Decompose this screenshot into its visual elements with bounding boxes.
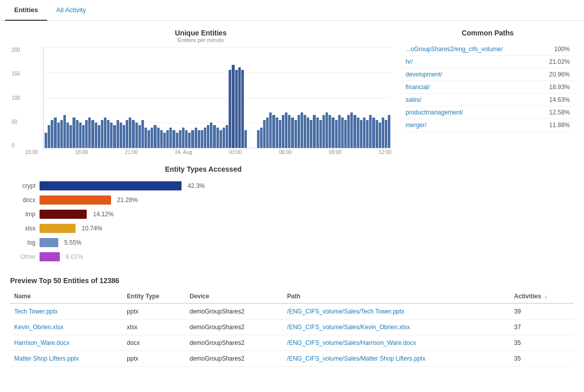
path-pct: 14.63% bbox=[549, 96, 570, 103]
entity-activities-cell: 39 bbox=[510, 303, 574, 320]
time-bar bbox=[223, 128, 225, 148]
time-bar bbox=[298, 115, 300, 148]
entity-path-link[interactable]: /ENG_CIFS_volume/Sales/Harrison_Ware.doc… bbox=[287, 339, 416, 346]
entity-types-section: Entity Types Accessed crypt42.3%docx21.2… bbox=[10, 165, 391, 261]
entity-path-link[interactable]: /ENG_CIFS_volume/Sales/Kevin_Obrien.xlsx bbox=[287, 324, 410, 331]
time-bar bbox=[182, 128, 185, 148]
time-bar bbox=[379, 123, 381, 148]
path-row: merger/11.88% bbox=[402, 119, 574, 132]
time-bar bbox=[135, 123, 138, 148]
entity-activities-cell: 35 bbox=[510, 351, 574, 367]
path-name[interactable]: ...oGroupShares2/eng_cifs_volume/ bbox=[406, 46, 502, 53]
entity-type-bar bbox=[40, 210, 87, 219]
entity-device-cell: demoGroupShares2 bbox=[186, 335, 283, 351]
col-entity-type: Entity Type bbox=[123, 290, 186, 303]
y-axis: 200 150 100 50 0 bbox=[12, 47, 20, 148]
col-activities[interactable]: Activities ↓ bbox=[510, 290, 574, 303]
preview-title: Preview Top 50 Entities of 12386 bbox=[10, 277, 574, 285]
path-name[interactable]: sales/ bbox=[406, 96, 421, 103]
time-bar bbox=[285, 112, 287, 148]
time-bar bbox=[166, 130, 169, 148]
time-bar bbox=[107, 120, 110, 148]
main-content: Unique Entities Entities per minute 200 … bbox=[0, 21, 584, 375]
entity-type-bar bbox=[40, 181, 181, 190]
entity-name-link[interactable]: Tech Tower.pptx bbox=[14, 308, 58, 315]
time-bar bbox=[76, 120, 79, 148]
col-name: Name bbox=[10, 290, 123, 303]
time-bar bbox=[388, 115, 390, 148]
time-bar bbox=[357, 117, 359, 148]
time-bar bbox=[113, 125, 116, 148]
entity-device-cell: demoGroupShares2 bbox=[186, 303, 283, 320]
path-name[interactable]: hr/ bbox=[406, 58, 413, 65]
path-row: productmanagement/12.58% bbox=[402, 106, 574, 119]
time-bar bbox=[376, 120, 378, 148]
entity-path-link[interactable]: /ENG_CIFS_volume/Sales/Tech Tower.pptx bbox=[287, 308, 404, 315]
time-bar bbox=[207, 125, 209, 148]
path-row: hr/21.02% bbox=[402, 56, 574, 68]
path-name[interactable]: merger/ bbox=[406, 122, 426, 129]
time-bar bbox=[310, 120, 312, 148]
time-bar bbox=[72, 117, 75, 148]
time-bar bbox=[301, 112, 303, 148]
time-bar bbox=[272, 115, 275, 148]
entity-type-bar bbox=[40, 238, 58, 247]
path-name[interactable]: financial/ bbox=[406, 84, 429, 91]
entity-type-pct: 10.74% bbox=[82, 225, 102, 232]
time-bar bbox=[213, 125, 215, 148]
time-bar bbox=[263, 120, 266, 148]
time-bar bbox=[198, 130, 200, 148]
entity-type-label: log bbox=[15, 239, 35, 246]
tab-all-activity[interactable]: All Activity bbox=[47, 0, 95, 21]
path-pct: 100% bbox=[554, 46, 570, 53]
entity-types-title: Entity Types Accessed bbox=[15, 165, 391, 173]
time-bar bbox=[372, 117, 375, 148]
time-bar bbox=[123, 125, 125, 148]
time-bar bbox=[319, 120, 322, 148]
path-pct: 11.88% bbox=[549, 122, 570, 129]
path-name[interactable]: productmanagement/ bbox=[406, 109, 463, 116]
time-bar bbox=[57, 123, 60, 148]
entity-name-link[interactable]: Harrison_Ware.docx bbox=[14, 339, 69, 346]
time-bar bbox=[48, 125, 50, 148]
time-bar bbox=[338, 115, 341, 148]
entity-type-cell: pptx bbox=[123, 303, 186, 320]
path-row: sales/14.63% bbox=[402, 94, 574, 106]
common-paths-section: Common Paths ...oGroupShares2/eng_cifs_v… bbox=[402, 29, 574, 266]
table-header: Name Entity Type Device Path Activities … bbox=[10, 290, 574, 303]
col-device: Device bbox=[186, 290, 283, 303]
entity-activities-cell: 37 bbox=[510, 320, 574, 335]
time-bar bbox=[344, 120, 347, 148]
time-bar bbox=[369, 115, 372, 148]
entity-device-cell: demoGroupShares2 bbox=[186, 320, 283, 335]
time-bar bbox=[45, 133, 47, 148]
table-body: Tech Tower.pptxpptxdemoGroupShares2/ENG_… bbox=[10, 303, 574, 367]
time-bar bbox=[51, 120, 53, 148]
entity-type-label: docx bbox=[15, 197, 35, 204]
entity-name-link[interactable]: Kevin_Obrien.xlsx bbox=[14, 324, 63, 331]
time-bar bbox=[385, 120, 387, 148]
time-bar bbox=[276, 117, 278, 148]
entity-type-label: crypt bbox=[15, 182, 35, 189]
entity-type-bar bbox=[40, 195, 111, 205]
entity-path-link[interactable]: /ENG_CIFS_volume/Sales/Matter Shop Lifte… bbox=[287, 355, 425, 362]
entity-name-link[interactable]: Matter Shop Lifters.pptx bbox=[14, 355, 79, 362]
entity-type-pct: 42.3% bbox=[188, 182, 205, 189]
time-bar bbox=[226, 125, 228, 148]
entity-type-label: Other bbox=[15, 253, 35, 260]
path-name[interactable]: development/ bbox=[406, 71, 442, 78]
time-bar bbox=[69, 125, 72, 148]
time-bar bbox=[322, 115, 325, 148]
path-pct: 12.58% bbox=[549, 109, 570, 116]
time-bar bbox=[95, 123, 97, 148]
time-bar bbox=[291, 117, 294, 148]
time-bar bbox=[151, 128, 153, 148]
time-bar bbox=[91, 120, 94, 148]
unique-entities-section: Unique Entities Entities per minute 200 … bbox=[10, 29, 391, 266]
time-bar bbox=[260, 128, 263, 148]
time-bar bbox=[148, 130, 150, 148]
time-bar bbox=[82, 125, 85, 148]
tab-entities[interactable]: Entities bbox=[5, 0, 47, 21]
entity-device-cell: demoGroupShares2 bbox=[186, 351, 283, 367]
time-bar bbox=[257, 130, 260, 148]
